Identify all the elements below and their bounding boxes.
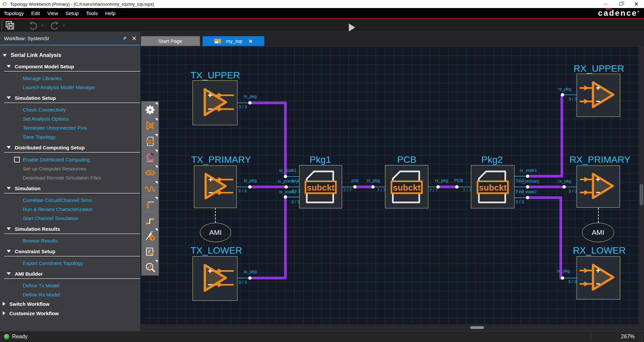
wire-tx-lower-bus-vertical[interactable] xyxy=(284,197,287,278)
menu-tools[interactable]: Tools xyxy=(82,8,101,18)
ami-connector-dashed xyxy=(598,208,599,223)
horizontal-scroll-thumb[interactable] xyxy=(470,326,484,329)
component-rx-upper[interactable] xyxy=(577,74,620,117)
workflow-item-distributed-computing-setup[interactable]: Distributed Computing Setup xyxy=(0,143,140,151)
wire-tx-upper-bus[interactable] xyxy=(251,101,287,104)
canvas-tool-palette: B subckt Clarity3D xyxy=(141,101,159,276)
port-label: rx_xtalk1 xyxy=(520,168,537,173)
component-pkg2[interactable]: subckt xyxy=(471,165,515,208)
section-divider xyxy=(4,152,140,153)
clarity3d-tool-button[interactable]: Clarity3D xyxy=(142,149,158,164)
wire-pcb-pkg2-bus[interactable] xyxy=(438,186,457,188)
pin-stub[interactable] xyxy=(562,278,577,278)
minimize-button[interactable] xyxy=(598,0,613,8)
ami-model-tx[interactable]: AMI xyxy=(200,223,231,242)
workflow-item-define-rx-model[interactable]: Define Rx Model xyxy=(0,290,140,299)
workflow-item-correlate-circuit-channel-sims[interactable]: Correlate Circuit/Channel Sims xyxy=(0,196,140,205)
svg-text:B: B xyxy=(148,123,151,128)
restore-button[interactable] xyxy=(613,0,629,8)
workflow-close-icon[interactable] xyxy=(132,36,136,41)
canvas-vertical-scrollbar[interactable] xyxy=(639,47,644,324)
canvas-horizontal-scrollbar[interactable] xyxy=(140,324,644,331)
wire-tx-upper-bus-vertical[interactable] xyxy=(284,103,287,178)
menu-view[interactable]: View xyxy=(44,8,62,18)
waveform-source-tool-button[interactable] xyxy=(142,181,158,196)
workflow-item-serial-link-analysis[interactable]: Serial Link Analysis xyxy=(0,50,140,60)
workflow-item-export-constraint-topology[interactable]: Export Constraint Topology xyxy=(0,259,140,268)
tab-close-icon[interactable] xyxy=(249,39,253,43)
workflow-item-run-review-characterization[interactable]: Run & Review Characterization xyxy=(0,205,140,214)
wire-tx-primary-bus[interactable] xyxy=(251,186,286,188)
annotation-tool-button[interactable] xyxy=(142,244,158,259)
schematic-canvas[interactable]: TX_UPPER TX_PRIMARY TX_LOWER Pkg1 PCB Pk… xyxy=(140,47,639,324)
workflow-item-switch-workflow[interactable]: Switch Workflow xyxy=(0,299,140,309)
component-pkg1[interactable]: subckt xyxy=(299,165,342,208)
enable-distributed-computing-checkbox[interactable] xyxy=(14,157,20,162)
route-wire-tool-button[interactable] xyxy=(142,212,158,227)
pin-stub[interactable] xyxy=(285,197,299,197)
run-simulation-button[interactable] xyxy=(349,23,355,31)
redo-menu-caret[interactable] xyxy=(62,25,65,26)
subcircuit-tool-button[interactable]: subckt xyxy=(142,134,158,149)
workflow-item-label: Check Connectivity xyxy=(23,107,66,113)
workflow-item-simulation-results[interactable]: Simulation Results xyxy=(0,225,140,233)
settings-tool-button[interactable] xyxy=(142,102,158,117)
zoom-area-tool-button[interactable] xyxy=(142,260,158,275)
workflow-item-component-model-setup[interactable]: Component Model Setup xyxy=(0,62,140,70)
workflow-item-save-topology[interactable]: Save Topology xyxy=(0,132,140,141)
workflow-item-launch-analysis-model-manager[interactable]: Launch Analysis Model Manager xyxy=(0,83,140,92)
workflow-item-browse-results[interactable]: Browse Results xyxy=(0,236,140,245)
redo-button[interactable] xyxy=(50,20,60,30)
workflow-item-enable-distributed-computing[interactable]: Enable Distributed Computing xyxy=(0,155,140,164)
pin-stub[interactable] xyxy=(562,94,577,95)
pin-stub[interactable] xyxy=(286,187,299,187)
wire-tx-lower-bus[interactable] xyxy=(251,277,287,279)
ami-model-rx[interactable]: AMI xyxy=(582,223,614,242)
save-all-button[interactable] xyxy=(5,20,15,30)
wire-rx-xtalk2-bus[interactable] xyxy=(528,196,562,199)
workflow-item-start-channel-simulation[interactable]: Start Channel Simulation xyxy=(0,214,140,223)
pin-stub[interactable] xyxy=(285,176,299,177)
component-tx-primary[interactable] xyxy=(194,165,237,208)
undo-button[interactable] xyxy=(28,20,38,30)
workflow-item-customize-workflow[interactable]: Customize Workflow xyxy=(0,309,140,318)
tab-my-top[interactable]: my_top xyxy=(203,36,264,46)
wire-rx-lower-bus-vertical[interactable] xyxy=(559,196,562,279)
menu-edit[interactable]: Edit xyxy=(28,8,44,18)
buffer-tool-button[interactable]: B xyxy=(142,118,158,133)
wire-pkg1-pcb-bus[interactable] xyxy=(355,186,373,188)
component-rx-primary[interactable] xyxy=(577,165,620,208)
workflow-item-check-connectivity[interactable]: Check Connectivity xyxy=(0,105,140,114)
menu-help[interactable]: Help xyxy=(101,8,119,18)
passive-element-tool-button[interactable] xyxy=(142,165,158,180)
workflow-item-constraint-setup[interactable]: Constraint Setup xyxy=(0,247,140,255)
workflow-item-set-analysis-options[interactable]: Set Analysis Options xyxy=(0,114,140,123)
workflow-item-define-tx-model[interactable]: Define Tx Model xyxy=(0,281,140,290)
tab-start-page[interactable]: Start Page xyxy=(141,36,200,46)
workflow-item-terminate-unconnected-pins[interactable]: Terminate Unconnected Pins xyxy=(0,123,140,132)
workflow-item-simulation[interactable]: Simulation xyxy=(0,184,140,192)
component-rx-lower[interactable] xyxy=(577,256,620,299)
component-tx-lower[interactable] xyxy=(193,256,237,301)
wire-rx-xtalk1-bus[interactable] xyxy=(528,175,563,178)
workflow-item-ami-builder[interactable]: AMI Builder xyxy=(0,270,140,278)
menu-setup[interactable]: Setup xyxy=(62,8,82,18)
pin-stub[interactable] xyxy=(373,187,385,187)
close-button[interactable] xyxy=(629,0,644,8)
pin-stub[interactable] xyxy=(457,187,471,187)
undo-menu-caret[interactable] xyxy=(41,25,44,26)
stub-tool-button[interactable] xyxy=(142,197,158,212)
voltage-probe-tool-button[interactable]: V xyxy=(142,228,158,243)
component-tx-upper[interactable] xyxy=(193,80,237,125)
wire-rx-primary-bus[interactable] xyxy=(528,186,564,188)
menu-topology[interactable]: Topology xyxy=(0,8,28,18)
pin-icon[interactable] xyxy=(122,36,127,41)
toolbar-grip[interactable] xyxy=(1,20,2,30)
wire-rx-upper-bus-vertical[interactable] xyxy=(560,95,563,178)
workflow-item-simulation-setup[interactable]: Simulation Setup xyxy=(0,94,140,102)
workflow-item-manage-libraries[interactable]: Manage Libraries xyxy=(0,74,140,83)
expand-icon xyxy=(7,272,11,275)
component-pcb[interactable]: subckt xyxy=(385,165,428,208)
vertical-scroll-thumb[interactable] xyxy=(640,184,643,205)
pin-stub[interactable] xyxy=(564,187,577,187)
